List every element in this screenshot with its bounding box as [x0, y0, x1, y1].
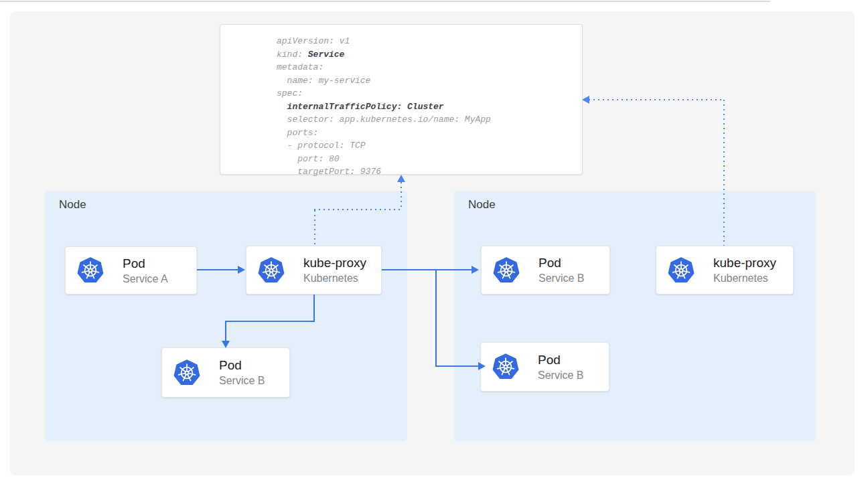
pod-service-b-right-bottom-card: Pod Service B [480, 342, 609, 392]
arrow-kube-proxy-down-segment [313, 295, 315, 322]
card-text: kube-proxy Kubernetes [303, 255, 366, 285]
yaml-line: metadata: [277, 61, 582, 74]
top-divider [0, 1, 770, 2]
service-yaml-code: apiVersion: v1kind: Servicemetadata: nam… [220, 25, 582, 179]
yaml-line: targetPort: 9376 [277, 165, 582, 179]
card-text: Pod Service A [123, 256, 168, 286]
yaml-line: ports: [277, 127, 582, 140]
kubernetes-traffic-diagram: apiVersion: v1kind: Servicemetadata: nam… [0, 0, 868, 488]
arrowhead-to-pod-b-right-bottom [478, 362, 486, 370]
arrowhead-to-pod-b-right-top [472, 266, 479, 274]
arrow-pod-a-to-kube-proxy [197, 269, 239, 270]
arrow-kube-proxy-to-pod-b-right-top [382, 269, 472, 270]
card-subtitle: Service B [219, 374, 265, 388]
kubernetes-icon [173, 359, 201, 387]
kubernetes-icon [76, 256, 104, 284]
dotted-left-kube-proxy-right-segment [314, 209, 402, 210]
yaml-line: kind: Service [277, 48, 582, 62]
dotted-left-kube-proxy-up2-segment [401, 182, 402, 210]
arrowhead-to-yaml-bottom [397, 175, 405, 182]
arrow-branch-right-segment [435, 365, 480, 367]
node-left: Node [45, 191, 407, 441]
card-title: Pod [123, 256, 168, 271]
card-title: kube-proxy [713, 255, 776, 270]
yaml-line: port: 80 [277, 153, 582, 166]
card-title: Pod [219, 357, 265, 373]
card-subtitle: Kubernetes [713, 271, 776, 285]
node-right-label: Node [468, 197, 496, 212]
card-title: Pod [538, 352, 583, 368]
yaml-line: selector: app.kubernetes.io/name: MyApp [277, 113, 582, 127]
dotted-left-kube-proxy-up-segment [314, 210, 315, 246]
card-text: kube-proxy Kubernetes [713, 255, 776, 285]
card-subtitle: Service A [123, 272, 168, 286]
dotted-right-kube-proxy-left-segment [589, 99, 725, 100]
pod-service-b-right-top-card: Pod Service B [481, 246, 610, 295]
dotted-right-kube-proxy-up-segment [723, 100, 725, 246]
pod-service-a-card: Pod Service A [65, 246, 197, 295]
node-right: Node [454, 191, 816, 441]
arrowhead-to-yaml-right [582, 96, 589, 104]
arrowhead-to-pod-b-left [222, 341, 230, 348]
arrow-kube-proxy-left-segment [225, 321, 315, 322]
yaml-line: internalTrafficPolicy: Cluster [277, 100, 582, 114]
card-subtitle: Service B [538, 271, 584, 285]
card-text: Pod Service B [538, 352, 583, 382]
yaml-line: name: my-service [277, 74, 582, 88]
pod-service-b-left-card: Pod Service B [161, 347, 290, 398]
arrow-kube-proxy-down2-segment [225, 321, 226, 342]
card-text: Pod Service B [538, 255, 584, 285]
kubernetes-icon [257, 256, 285, 284]
arrow-branch-down-segment [435, 270, 437, 367]
yaml-line: spec: [277, 87, 582, 100]
kubernetes-icon [492, 256, 520, 284]
service-yaml-card: apiVersion: v1kind: Servicemetadata: nam… [220, 24, 583, 175]
card-title: kube-proxy [303, 255, 366, 270]
yaml-line: apiVersion: v1 [277, 35, 582, 48]
card-title: Pod [538, 255, 584, 270]
kubernetes-icon [492, 353, 520, 381]
yaml-line: - protocol: TCP [277, 139, 582, 153]
card-subtitle: Kubernetes [303, 271, 366, 285]
kubernetes-icon [667, 256, 695, 284]
node-left-label: Node [59, 197, 86, 212]
kube-proxy-right-card: kube-proxy Kubernetes [656, 246, 794, 295]
arrowhead-pod-a-to-kube-proxy [238, 266, 245, 274]
kube-proxy-left-card: kube-proxy Kubernetes [246, 246, 382, 295]
card-text: Pod Service B [219, 357, 265, 388]
card-subtitle: Service B [538, 368, 583, 382]
